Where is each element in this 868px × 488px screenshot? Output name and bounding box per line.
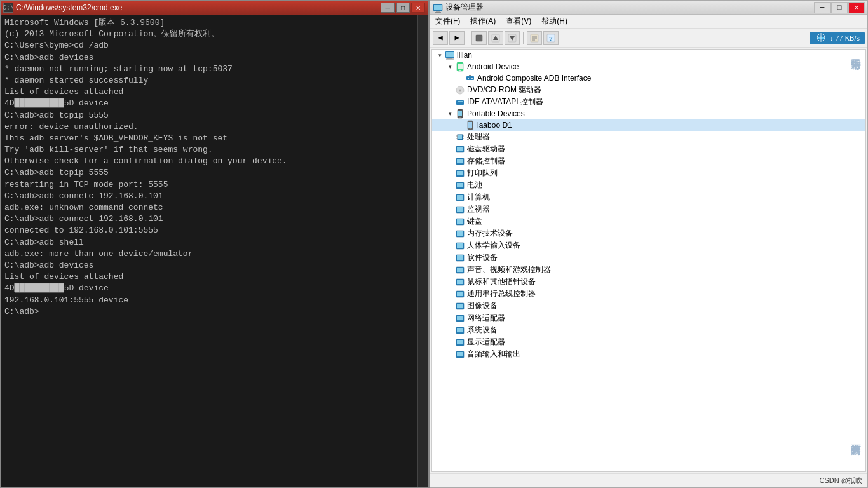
tree-item[interactable]: ▾Portable Devices <box>432 108 865 119</box>
menu-item-2[interactable]: 查看(V) <box>501 15 536 28</box>
tree-item[interactable]: 存储控制器 <box>432 155 865 167</box>
tree-arrow-icon[interactable] <box>445 132 455 142</box>
tree-arrow-icon[interactable] <box>445 85 455 95</box>
status-text: CSDN @抵吹 <box>820 476 862 485</box>
tree-arrow-icon[interactable] <box>445 217 455 227</box>
tree-item[interactable]: Android Composite ADB Interface <box>432 72 865 84</box>
tree-node-icon <box>455 156 465 166</box>
help-button[interactable]: ? <box>543 31 559 45</box>
devmgr-close-button[interactable]: ✕ <box>848 2 865 13</box>
tree-node-label: Portable Devices <box>467 109 525 118</box>
tree-item[interactable]: 打印队列 <box>432 167 865 179</box>
tree-arrow-icon[interactable] <box>445 241 455 251</box>
tree-arrow-icon[interactable] <box>445 265 455 275</box>
devmgr-title: 设备管理器 <box>445 2 484 13</box>
tree-arrow-icon[interactable] <box>445 325 455 336</box>
tree-arrow-icon[interactable] <box>445 277 455 287</box>
cmd-body[interactable]: Microsoft Windows [版本 6.3.9600](c) 2013 … <box>1 15 417 487</box>
cmd-title: C:\Windows\system32\cmd.exe <box>16 3 122 12</box>
tree-arrow-icon[interactable] <box>445 180 455 191</box>
svg-rect-67 <box>457 280 463 284</box>
svg-rect-36 <box>468 122 472 128</box>
menu-item-0[interactable]: 文件(F) <box>430 15 465 28</box>
tree-item[interactable]: ▾Android Device <box>432 61 865 72</box>
tree-node-label: 声音、视频和游戏控制器 <box>467 264 551 275</box>
tree-item[interactable]: 鼠标和其他指针设备 <box>432 276 865 288</box>
tree-arrow-icon[interactable] <box>445 301 455 311</box>
tree-item[interactable]: 处理器 <box>432 131 865 143</box>
tree-node-icon <box>455 217 465 227</box>
down-button[interactable] <box>505 31 520 45</box>
tree-item[interactable]: 显示适配器 <box>432 336 865 348</box>
tree-node-icon <box>455 337 465 348</box>
cmd-scrollbar[interactable] <box>417 15 428 487</box>
tree-item[interactable]: ▾lilian <box>432 50 865 61</box>
cmd-minimize-button[interactable]: ─ <box>381 3 395 13</box>
cmd-close-button[interactable]: ✕ <box>411 3 425 13</box>
up-button[interactable] <box>488 31 503 45</box>
svg-rect-59 <box>457 231 463 236</box>
menu-item-3[interactable]: 帮助(H) <box>536 15 573 28</box>
tree-item[interactable]: laaboo D1 <box>432 119 865 131</box>
tree-arrow-icon[interactable] <box>445 193 455 203</box>
tree-arrow-icon[interactable] <box>455 73 465 83</box>
tree-node-icon <box>465 120 475 130</box>
tree-item[interactable]: 网络适配器 <box>432 312 865 324</box>
svg-text:?: ? <box>549 36 552 43</box>
tree-node-icon <box>455 241 465 251</box>
tree-item[interactable]: 磁盘驱动器 <box>432 143 865 155</box>
svg-rect-61 <box>457 243 463 248</box>
tree-arrow-icon[interactable] <box>445 97 455 107</box>
tree-arrow-icon[interactable]: ▾ <box>445 109 455 119</box>
tree-item[interactable]: 系统设备 <box>432 324 865 336</box>
tree-arrow-icon[interactable]: ▾ <box>445 62 455 72</box>
device-tree[interactable]: ▾lilian▾Android DeviceAndroid Composite … <box>431 49 866 472</box>
tree-item[interactable]: 图像设备 <box>432 300 865 312</box>
tree-arrow-icon[interactable] <box>445 144 455 154</box>
tree-item[interactable]: 人体学输入设备 <box>432 240 865 252</box>
svg-rect-4 <box>476 35 482 41</box>
devmgr-maximize-button[interactable]: □ <box>831 2 848 13</box>
tree-item[interactable]: 声音、视频和游戏控制器 <box>432 264 865 276</box>
tree-item[interactable]: 电池 <box>432 179 865 191</box>
devmgr-icon <box>433 3 443 13</box>
tree-item[interactable]: 内存技术设备 <box>432 227 865 240</box>
forward-button[interactable]: ▶ <box>449 31 465 45</box>
tree-arrow-icon[interactable] <box>445 337 455 348</box>
tree-arrow-icon[interactable] <box>445 205 455 215</box>
tree-arrow-icon[interactable] <box>455 120 465 130</box>
tree-node-label: 系统设备 <box>467 325 498 336</box>
tree-node-label: 处理器 <box>467 132 490 142</box>
tree-arrow-icon[interactable] <box>445 156 455 166</box>
tree-node-icon <box>455 325 465 336</box>
tree-item[interactable]: 监视器 <box>432 203 865 215</box>
tree-item[interactable]: 通用串行总线控制器 <box>432 288 865 300</box>
tree-arrow-icon[interactable] <box>445 349 455 360</box>
tree-arrow-icon[interactable] <box>445 168 455 179</box>
tree-node-icon <box>455 109 465 119</box>
cmd-controls: ─ □ ✕ <box>381 3 425 13</box>
tree-item[interactable]: DVD/CD-ROM 驱动器 <box>432 84 865 96</box>
svg-rect-31 <box>458 101 463 102</box>
svg-rect-20 <box>446 52 454 57</box>
tree-node-label: 磁盘驱动器 <box>467 144 505 154</box>
tree-node-icon <box>455 62 465 72</box>
tree-item[interactable]: 键盘 <box>432 215 865 227</box>
tree-item[interactable]: 软件设备 <box>432 252 865 264</box>
tree-arrow-icon[interactable] <box>445 253 455 263</box>
tree-arrow-icon[interactable] <box>445 313 455 323</box>
stop-button[interactable] <box>471 31 487 45</box>
properties-button[interactable] <box>527 31 542 45</box>
tree-arrow-icon[interactable] <box>445 229 455 239</box>
tree-item[interactable]: IDE ATA/ATAPI 控制器 <box>432 96 865 108</box>
tree-arrow-icon[interactable]: ▾ <box>435 50 445 60</box>
svg-rect-53 <box>457 195 463 200</box>
cmd-maximize-button[interactable]: □ <box>396 3 410 13</box>
menu-item-1[interactable]: 操作(A) <box>465 15 501 28</box>
back-button[interactable]: ◀ <box>433 31 448 45</box>
tree-item[interactable]: 计算机 <box>432 191 865 203</box>
devmgr-minimize-button[interactable]: ─ <box>814 2 831 13</box>
tree-arrow-icon[interactable] <box>445 289 455 299</box>
cmd-titlebar: C:\ C:\Windows\system32\cmd.exe ─ □ ✕ <box>1 1 428 15</box>
tree-item[interactable]: 音频输入和输出 <box>432 348 865 360</box>
